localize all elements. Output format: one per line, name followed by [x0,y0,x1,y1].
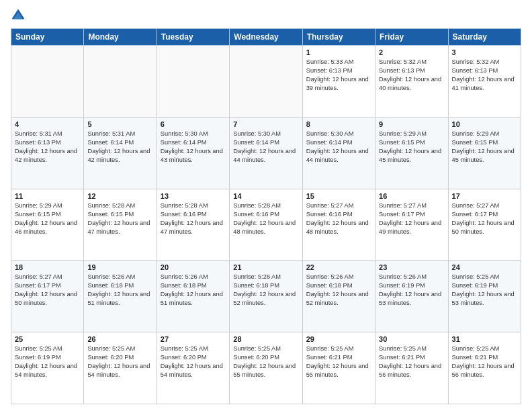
cell-info: Sunrise: 5:32 AMSunset: 6:13 PMDaylight:… [379,58,444,93]
day-number: 21 [233,263,298,271]
cell-info: Sunrise: 5:27 AMSunset: 6:17 PMDaylight:… [452,201,517,236]
calendar-cell: 22 Sunrise: 5:26 AMSunset: 6:18 PMDaylig… [302,261,375,332]
cell-info: Sunrise: 5:25 AMSunset: 6:21 PMDaylight:… [306,345,371,379]
cell-info: Sunrise: 5:25 AMSunset: 6:20 PMDaylight:… [161,345,226,379]
cell-info: Sunrise: 5:25 AMSunset: 6:20 PMDaylight:… [87,345,152,379]
page: SundayMondayTuesdayWednesdayThursdayFrid… [0,0,532,411]
day-number: 23 [379,263,444,271]
calendar-cell: 11 Sunrise: 5:29 AMSunset: 6:15 PMDaylig… [11,189,84,261]
calendar-week-2: 4 Sunrise: 5:31 AMSunset: 6:13 PMDayligh… [11,117,521,189]
day-number: 6 [161,120,226,128]
calendar-cell: 10 Sunrise: 5:29 AMSunset: 6:15 PMDaylig… [448,117,521,189]
day-number: 22 [306,263,371,271]
day-number: 1 [306,48,371,56]
calendar-cell: 14 Sunrise: 5:28 AMSunset: 6:16 PMDaylig… [230,189,302,261]
calendar-header-friday: Friday [375,29,448,46]
cell-info: Sunrise: 5:27 AMSunset: 6:16 PMDaylight:… [306,201,371,236]
day-number: 20 [161,263,226,271]
calendar-cell: 29 Sunrise: 5:25 AMSunset: 6:21 PMDaylig… [302,332,375,404]
day-number: 16 [379,192,444,200]
day-number: 24 [452,263,517,271]
calendar-cell: 12 Sunrise: 5:28 AMSunset: 6:15 PMDaylig… [84,189,157,261]
calendar-cell: 21 Sunrise: 5:26 AMSunset: 6:18 PMDaylig… [230,261,302,332]
calendar-cell: 16 Sunrise: 5:27 AMSunset: 6:17 PMDaylig… [375,189,448,261]
calendar-header-wednesday: Wednesday [230,29,302,46]
day-number: 31 [452,335,517,343]
day-number: 28 [233,335,298,343]
calendar-cell [230,46,302,118]
calendar-cell: 2 Sunrise: 5:32 AMSunset: 6:13 PMDayligh… [375,46,448,118]
calendar-week-5: 25 Sunrise: 5:25 AMSunset: 6:19 PMDaylig… [11,332,521,404]
day-number: 30 [379,335,444,343]
cell-info: Sunrise: 5:28 AMSunset: 6:16 PMDaylight:… [233,201,298,236]
calendar-cell: 31 Sunrise: 5:25 AMSunset: 6:21 PMDaylig… [448,332,521,404]
calendar-cell: 27 Sunrise: 5:25 AMSunset: 6:20 PMDaylig… [157,332,229,404]
calendar-week-3: 11 Sunrise: 5:29 AMSunset: 6:15 PMDaylig… [11,189,521,261]
cell-info: Sunrise: 5:26 AMSunset: 6:18 PMDaylight:… [306,273,371,308]
day-number: 8 [306,120,371,128]
calendar-cell: 18 Sunrise: 5:27 AMSunset: 6:17 PMDaylig… [11,261,84,332]
cell-info: Sunrise: 5:26 AMSunset: 6:18 PMDaylight:… [161,273,226,308]
cell-info: Sunrise: 5:25 AMSunset: 6:19 PMDaylight:… [452,273,517,308]
calendar-cell: 15 Sunrise: 5:27 AMSunset: 6:16 PMDaylig… [302,189,375,261]
day-number: 7 [233,120,298,128]
day-number: 17 [452,192,517,200]
day-number: 11 [15,192,80,200]
day-number: 18 [15,263,80,271]
day-number: 9 [379,120,444,128]
cell-info: Sunrise: 5:29 AMSunset: 6:15 PMDaylight:… [15,201,80,236]
day-number: 14 [233,192,298,200]
day-number: 2 [379,48,444,56]
calendar-header-row: SundayMondayTuesdayWednesdayThursdayFrid… [11,29,521,46]
calendar-cell: 26 Sunrise: 5:25 AMSunset: 6:20 PMDaylig… [84,332,157,404]
cell-info: Sunrise: 5:26 AMSunset: 6:18 PMDaylight:… [87,273,152,308]
calendar-header-thursday: Thursday [302,29,375,46]
cell-info: Sunrise: 5:25 AMSunset: 6:21 PMDaylight:… [379,345,444,379]
cell-info: Sunrise: 5:31 AMSunset: 6:13 PMDaylight:… [15,130,80,165]
calendar-cell: 30 Sunrise: 5:25 AMSunset: 6:21 PMDaylig… [375,332,448,404]
calendar-cell: 19 Sunrise: 5:26 AMSunset: 6:18 PMDaylig… [84,261,157,332]
day-number: 3 [452,48,517,56]
header [11,8,521,23]
cell-info: Sunrise: 5:29 AMSunset: 6:15 PMDaylight:… [379,130,444,165]
day-number: 12 [87,192,152,200]
cell-info: Sunrise: 5:29 AMSunset: 6:15 PMDaylight:… [452,130,517,165]
calendar-cell [157,46,229,118]
calendar-cell: 13 Sunrise: 5:28 AMSunset: 6:16 PMDaylig… [157,189,229,261]
day-number: 13 [161,192,226,200]
calendar-header-tuesday: Tuesday [157,29,229,46]
calendar-header-sunday: Sunday [11,29,84,46]
calendar-cell: 24 Sunrise: 5:25 AMSunset: 6:19 PMDaylig… [448,261,521,332]
cell-info: Sunrise: 5:30 AMSunset: 6:14 PMDaylight:… [306,130,371,165]
day-number: 5 [87,120,152,128]
calendar-cell: 25 Sunrise: 5:25 AMSunset: 6:19 PMDaylig… [11,332,84,404]
calendar-cell: 7 Sunrise: 5:30 AMSunset: 6:14 PMDayligh… [230,117,302,189]
cell-info: Sunrise: 5:30 AMSunset: 6:14 PMDaylight:… [233,130,298,165]
calendar-cell: 6 Sunrise: 5:30 AMSunset: 6:14 PMDayligh… [157,117,229,189]
calendar-cell [84,46,157,118]
day-number: 29 [306,335,371,343]
cell-info: Sunrise: 5:28 AMSunset: 6:15 PMDaylight:… [87,201,152,236]
day-number: 19 [87,263,152,271]
cell-info: Sunrise: 5:27 AMSunset: 6:17 PMDaylight:… [15,273,80,308]
calendar-cell: 20 Sunrise: 5:26 AMSunset: 6:18 PMDaylig… [157,261,229,332]
calendar-header-saturday: Saturday [448,29,521,46]
cell-info: Sunrise: 5:27 AMSunset: 6:17 PMDaylight:… [379,201,444,236]
calendar-table: SundayMondayTuesdayWednesdayThursdayFrid… [11,28,521,404]
calendar-cell: 28 Sunrise: 5:25 AMSunset: 6:20 PMDaylig… [230,332,302,404]
cell-info: Sunrise: 5:32 AMSunset: 6:13 PMDaylight:… [452,58,517,93]
cell-info: Sunrise: 5:33 AMSunset: 6:13 PMDaylight:… [306,58,371,93]
calendar-cell: 5 Sunrise: 5:31 AMSunset: 6:14 PMDayligh… [84,117,157,189]
logo [11,8,28,23]
calendar-cell: 9 Sunrise: 5:29 AMSunset: 6:15 PMDayligh… [375,117,448,189]
cell-info: Sunrise: 5:30 AMSunset: 6:14 PMDaylight:… [161,130,226,165]
cell-info: Sunrise: 5:25 AMSunset: 6:20 PMDaylight:… [233,345,298,379]
cell-info: Sunrise: 5:25 AMSunset: 6:21 PMDaylight:… [452,345,517,379]
day-number: 26 [87,335,152,343]
cell-info: Sunrise: 5:26 AMSunset: 6:18 PMDaylight:… [233,273,298,308]
day-number: 15 [306,192,371,200]
calendar-cell: 1 Sunrise: 5:33 AMSunset: 6:13 PMDayligh… [302,46,375,118]
cell-info: Sunrise: 5:25 AMSunset: 6:19 PMDaylight:… [15,345,80,379]
calendar-cell: 3 Sunrise: 5:32 AMSunset: 6:13 PMDayligh… [448,46,521,118]
day-number: 10 [452,120,517,128]
